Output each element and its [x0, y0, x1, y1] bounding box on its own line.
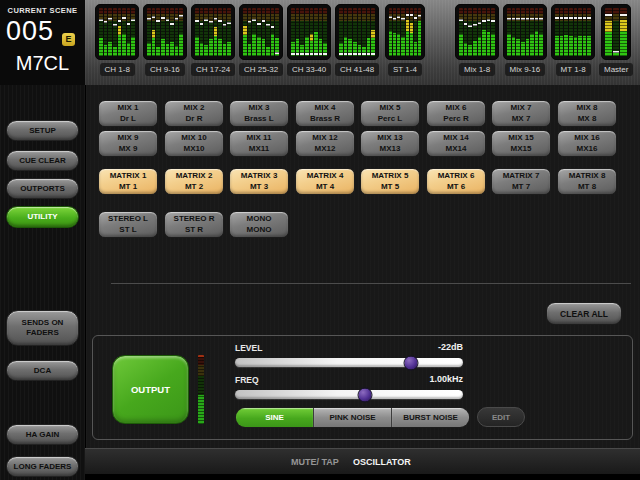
sidebar-item-cue-clear[interactable]: CUE CLEAR [6, 150, 79, 171]
sidebar-item-dca[interactable]: DCA [6, 360, 79, 381]
meter-bar [122, 8, 126, 56]
tab-oscillator[interactable]: OSCILLATOR [347, 449, 417, 474]
clear-all-button[interactable]: CLEAR ALL [546, 302, 622, 325]
channel-button-line2: MT 4 [316, 182, 334, 192]
meter-bar [578, 8, 582, 56]
meter-bar [410, 8, 413, 56]
channel-button-mix-3[interactable]: MIX 3Brass L [229, 100, 289, 127]
channel-button-line1: MATRIX 4 [307, 171, 344, 181]
channel-button-mix-14[interactable]: MIX 14MX14 [426, 130, 486, 157]
freq-slider[interactable] [235, 390, 463, 399]
channel-button-line2: Perc L [378, 114, 402, 124]
channel-button-matrix-3[interactable]: MATRIX 3MT 3 [229, 168, 289, 195]
sidebar-item-sends-on-faders[interactable]: SENDS ON FADERS [6, 310, 79, 346]
mode-sine-button[interactable]: SINE [236, 408, 314, 427]
channel-button-matrix-1[interactable]: MATRIX 1MT 1 [98, 168, 158, 195]
meter-bar [108, 8, 112, 56]
channel-button-line1: MATRIX 5 [372, 171, 409, 181]
channel-button-line2: Brass R [310, 114, 340, 124]
sidebar-item-outports[interactable]: OUTPORTS [6, 178, 79, 199]
meter-bar [418, 8, 421, 56]
meter-group-mt-1-8[interactable] [551, 4, 595, 60]
channel-button-mix-7[interactable]: MIX 7MX 7 [491, 100, 551, 127]
channel-button-mix-10[interactable]: MIX 10MX10 [164, 130, 224, 157]
meter-group-mix-1-8[interactable] [455, 4, 499, 60]
meter-bridge: CH 1-8CH 9-16CH 17-24CH 25-32CH 33-40CH … [85, 0, 640, 85]
channel-button-line1: MONO [247, 214, 272, 224]
level-slider-handle[interactable] [403, 355, 418, 370]
meter-bar [583, 8, 587, 56]
channel-button-mix-5[interactable]: MIX 5Perc L [360, 100, 420, 127]
channel-button-mix-4[interactable]: MIX 4Brass R [295, 100, 355, 127]
channel-button-mix-11[interactable]: MIX 11MX11 [229, 130, 289, 157]
channel-button-line1: MIX 5 [380, 103, 401, 113]
meter-group-st-1-4[interactable] [385, 4, 425, 60]
meter-bar [271, 8, 275, 56]
meter-group-ch-17-24[interactable] [191, 4, 235, 60]
channel-button-matrix-4[interactable]: MATRIX 4MT 4 [295, 168, 355, 195]
meter-group-ch-33-40[interactable] [287, 4, 331, 60]
sidebar-item-utility[interactable]: UTILITY [6, 206, 79, 228]
meter-bar [200, 8, 204, 56]
main-area: CLEAR ALL OUTPUT LEVEL -22dB FREQ 1.00kH… [85, 85, 640, 448]
meter-bar [358, 8, 362, 56]
sidebar-item-ha-gain[interactable]: HA GAIN [6, 424, 79, 445]
channel-button-mix-9[interactable]: MIX 9MX 9 [98, 130, 158, 157]
sidebar: SETUPCUE CLEAROUTPORTSUTILITYSENDS ON FA… [0, 85, 85, 480]
meter-bar [344, 8, 348, 56]
meter-bar [587, 8, 591, 56]
channel-button-mix-15[interactable]: MIX 15MX15 [491, 130, 551, 157]
meter-group-ch-1-8[interactable] [95, 4, 139, 60]
meter-group-ch-9-16[interactable] [143, 4, 187, 60]
channel-button-line1: MATRIX 2 [176, 171, 213, 181]
meter-bar [459, 8, 463, 56]
channel-button-line1: MATRIX 1 [110, 171, 147, 181]
mode-burst-noise-button[interactable]: BURST NOISE [392, 408, 469, 427]
tab-mute-tap[interactable]: MUTE/ TAP [285, 449, 345, 474]
meter-bar [147, 8, 151, 56]
channel-button-line1: MATRIX 6 [438, 171, 475, 181]
level-slider[interactable] [235, 358, 463, 367]
meter-group-label: CH 17-24 [191, 63, 235, 76]
channel-button-mix-13[interactable]: MIX 13MX13 [360, 130, 420, 157]
channel-button-mix-16[interactable]: MIX 16MX16 [557, 130, 617, 157]
channel-button-line2: Dr R [186, 114, 203, 124]
channel-button-matrix-8[interactable]: MATRIX 8MT 8 [557, 168, 617, 195]
oscillator-output-meter [198, 355, 204, 424]
channel-button-line1: MIX 16 [574, 133, 599, 143]
meter-bar [389, 8, 392, 56]
meter-group-master[interactable] [601, 4, 631, 60]
console-name: M7CL [0, 52, 85, 75]
channel-button-stereo-l[interactable]: STEREO LST L [98, 211, 158, 238]
freq-slider-handle[interactable] [357, 387, 372, 402]
edit-button[interactable]: EDIT [477, 407, 525, 427]
meter-bar [512, 8, 516, 56]
channel-button-matrix-7[interactable]: MATRIX 7MT 7 [491, 168, 551, 195]
channel-button-line1: MIX 10 [181, 133, 206, 143]
channel-button-mix-8[interactable]: MIX 8MX 8 [557, 100, 617, 127]
scene-edit-badge: E [62, 33, 75, 46]
meter-group-ch-41-48[interactable] [335, 4, 379, 60]
channel-button-line1: MIX 7 [511, 103, 532, 113]
channel-button-line2: MT 2 [185, 182, 203, 192]
current-scene-panel[interactable]: CURRENT SCENE 005 E M7CL [0, 0, 85, 85]
oscillator-output-button[interactable]: OUTPUT [112, 355, 189, 424]
channel-button-stereo-r[interactable]: STEREO RST R [164, 211, 224, 238]
meter-bar [275, 8, 279, 56]
meter-group-mix-9-16[interactable] [503, 4, 547, 60]
meter-bar [507, 8, 511, 56]
channel-button-matrix-6[interactable]: MATRIX 6MT 6 [426, 168, 486, 195]
channel-button-mix-12[interactable]: MIX 12MX12 [295, 130, 355, 157]
meter-group-ch-25-32[interactable] [239, 4, 283, 60]
channel-button-line2: MX11 [249, 144, 269, 154]
channel-button-matrix-5[interactable]: MATRIX 5MT 5 [360, 168, 420, 195]
sidebar-item-setup[interactable]: SETUP [6, 120, 79, 141]
channel-button-mix-1[interactable]: MIX 1Dr L [98, 100, 158, 127]
sidebar-item-long-faders[interactable]: LONG FADERS [6, 456, 79, 477]
channel-button-mono[interactable]: MONOMONO [229, 211, 289, 238]
channel-button-line2: MT 3 [250, 182, 268, 192]
channel-button-mix-6[interactable]: MIX 6Perc R [426, 100, 486, 127]
channel-button-mix-2[interactable]: MIX 2Dr R [164, 100, 224, 127]
mode-pink-noise-button[interactable]: PINK NOISE [314, 408, 392, 427]
channel-button-matrix-2[interactable]: MATRIX 2MT 2 [164, 168, 224, 195]
